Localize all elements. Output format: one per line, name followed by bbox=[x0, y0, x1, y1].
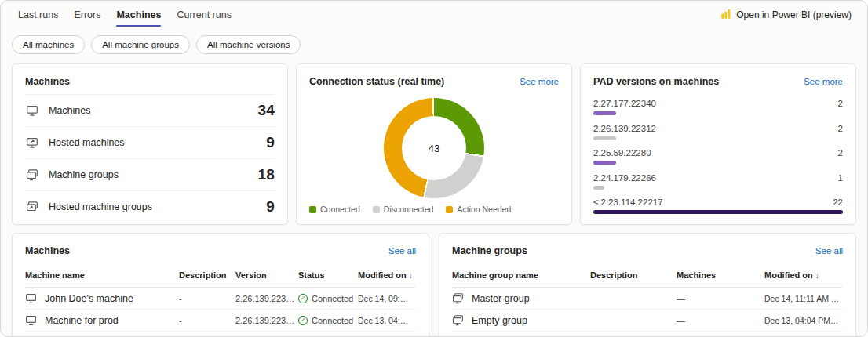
col-version[interactable]: Version bbox=[235, 263, 298, 288]
machine-version: 2.26.139.22312 bbox=[235, 288, 298, 310]
summary-cards: Machines Machines 34 Hosted machines 9 bbox=[1, 56, 867, 225]
group-machines-count: — bbox=[677, 288, 764, 310]
legend-label: Action Needed bbox=[457, 205, 511, 214]
col-modified-on[interactable]: Modified on↓ bbox=[358, 263, 416, 288]
pad-version-row: 2.24.179.22266 1 bbox=[593, 173, 843, 190]
machine-status: Connected bbox=[312, 316, 353, 325]
connection-status-card: Connection status (real time) See more 4… bbox=[296, 63, 572, 225]
table-header-row: Machine group name Description Machines … bbox=[452, 263, 843, 288]
connection-card-title: Connection status (real time) bbox=[309, 76, 444, 87]
col-machine-name[interactable]: Machine name bbox=[25, 263, 179, 288]
hosted-machine-icon bbox=[25, 136, 39, 149]
machine-modified-on: Dec 14, 09:56 AM (4 bbox=[358, 288, 416, 310]
stat-label: Machine groups bbox=[49, 169, 119, 180]
filter-all-machines[interactable]: All machines bbox=[12, 35, 85, 54]
pad-version-row: 2.27.177.22340 2 bbox=[593, 99, 843, 115]
tab-machines[interactable]: Machines bbox=[108, 3, 169, 27]
machine-group-row[interactable]: Master group — Dec 14, 11:11 AM (2 h ago… bbox=[452, 288, 843, 310]
pad-version-label: ≤ 2.23.114.22217 bbox=[593, 197, 663, 207]
filter-all-machine-groups[interactable]: All machine groups bbox=[91, 35, 190, 54]
legend-item-action-needed: Action Needed bbox=[446, 205, 511, 214]
machine-group-icon bbox=[25, 168, 39, 181]
stat-label: Machines bbox=[49, 105, 91, 116]
machine-groups-table-card: Machine groups See all Machine group nam… bbox=[439, 233, 856, 337]
pad-version-label: 2.24.179.22266 bbox=[593, 173, 656, 183]
group-description bbox=[590, 310, 677, 332]
pad-versions-card: PAD versions on machines See more 2.27.1… bbox=[580, 63, 856, 225]
machines-see-all-link[interactable]: See all bbox=[388, 246, 416, 255]
col-machines[interactable]: Machines bbox=[677, 263, 764, 288]
donut-total-value: 43 bbox=[428, 143, 439, 154]
legend-label: Connected bbox=[320, 205, 360, 214]
pad-version-count: 22 bbox=[833, 197, 843, 207]
legend-item-disconnected: Disconnected bbox=[373, 205, 434, 214]
pad-see-more-link[interactable]: See more bbox=[804, 77, 843, 86]
filter-bar: All machines All machine groups All mach… bbox=[1, 27, 867, 56]
pad-version-bar bbox=[593, 210, 843, 214]
stat-row-hosted-machine-groups[interactable]: Hosted machine groups 9 bbox=[25, 190, 275, 223]
machine-group-row[interactable]: Empty group — Dec 13, 04:04 PM (22 h ago… bbox=[452, 310, 843, 332]
tab-current-runs[interactable]: Current runs bbox=[169, 3, 239, 27]
sort-descending-icon: ↓ bbox=[409, 271, 413, 280]
machine-description: - bbox=[179, 288, 235, 310]
col-machine-group-name[interactable]: Machine group name bbox=[452, 263, 590, 288]
pad-version-bar bbox=[593, 161, 616, 165]
pad-version-count: 2 bbox=[838, 148, 843, 158]
machine-row[interactable]: John Doe's machine - 2.26.139.22312 ✓Con… bbox=[25, 288, 416, 310]
connected-check-icon: ✓ bbox=[298, 294, 308, 303]
groups-see-all-link[interactable]: See all bbox=[815, 246, 843, 255]
machine-group-name: Empty group bbox=[472, 315, 527, 326]
connection-legend: Connected Disconnected Action Needed bbox=[309, 205, 559, 214]
pad-version-row: 2.26.139.22312 2 bbox=[593, 124, 843, 140]
tab-last-runs[interactable]: Last runs bbox=[10, 3, 66, 27]
machines-dashboard: Last runs Errors Machines Current runs O… bbox=[0, 0, 868, 337]
machine-row[interactable]: Machine for prod - 2.26.139.22312 ✓Conne… bbox=[25, 310, 416, 332]
pad-version-label: 2.27.177.22340 bbox=[593, 99, 656, 108]
machine-modified-on: Dec 13, 04:13 PM (2 bbox=[358, 310, 416, 332]
tab-errors[interactable]: Errors bbox=[66, 3, 108, 27]
col-description[interactable]: Description bbox=[179, 263, 235, 288]
hosted-machine-group-icon bbox=[25, 201, 39, 213]
machine-group-icon bbox=[452, 292, 464, 304]
machines-table: Machine name Description Version Status … bbox=[25, 263, 416, 332]
pad-version-bar bbox=[593, 186, 604, 190]
connected-check-icon: ✓ bbox=[298, 316, 308, 325]
machine-group-name: Master group bbox=[472, 293, 530, 304]
machines-card-title: Machines bbox=[25, 76, 70, 87]
col-modified-on[interactable]: Modified on↓ bbox=[764, 263, 843, 288]
pad-version-count: 2 bbox=[838, 99, 843, 108]
pad-version-row: 2.25.59.22280 2 bbox=[593, 148, 843, 165]
machines-table-title: Machines bbox=[25, 245, 70, 256]
pad-version-count: 1 bbox=[838, 173, 843, 183]
group-modified-on: Dec 13, 04:04 PM (22 h ago) bbox=[764, 310, 843, 332]
pad-version-row: ≤ 2.23.114.22217 22 bbox=[593, 197, 843, 214]
connection-see-more-link[interactable]: See more bbox=[520, 77, 559, 86]
open-in-power-bi-button[interactable]: Open in Power BI (preview) bbox=[716, 8, 858, 23]
pad-version-list: 2.27.177.22340 2 2.26.139.22312 2 2.25.5… bbox=[593, 99, 843, 214]
legend-swatch-disconnected bbox=[373, 206, 380, 213]
sort-descending-icon: ↓ bbox=[815, 271, 819, 280]
stat-value: 9 bbox=[266, 134, 275, 151]
legend-item-connected: Connected bbox=[309, 205, 360, 214]
stat-value: 34 bbox=[257, 102, 275, 119]
col-status[interactable]: Status bbox=[298, 263, 358, 288]
stat-label: Hosted machine groups bbox=[49, 201, 152, 212]
pad-version-label: 2.26.139.22312 bbox=[593, 124, 656, 133]
legend-swatch-connected bbox=[309, 206, 316, 213]
filter-all-machine-versions[interactable]: All machine versions bbox=[196, 35, 301, 54]
groups-table-title: Machine groups bbox=[452, 245, 527, 256]
machines-table-card: Machines See all Machine name Descriptio… bbox=[12, 233, 429, 337]
stat-label: Hosted machines bbox=[49, 137, 125, 148]
power-bi-icon bbox=[720, 9, 731, 22]
machine-name: John Doe's machine bbox=[45, 293, 133, 304]
stat-row-hosted-machines[interactable]: Hosted machines 9 bbox=[25, 126, 275, 158]
pad-card-title: PAD versions on machines bbox=[593, 76, 719, 87]
stat-row-machine-groups[interactable]: Machine groups 18 bbox=[25, 158, 275, 190]
stat-row-machines[interactable]: Machines 34 bbox=[25, 94, 275, 126]
pad-version-label: 2.25.59.22280 bbox=[593, 148, 651, 158]
col-description[interactable]: Description bbox=[590, 263, 677, 288]
pad-version-bar bbox=[593, 111, 616, 115]
machine-icon bbox=[25, 314, 37, 326]
connection-status-donut[interactable]: 43 bbox=[384, 98, 484, 198]
table-header-row: Machine name Description Version Status … bbox=[25, 263, 416, 288]
